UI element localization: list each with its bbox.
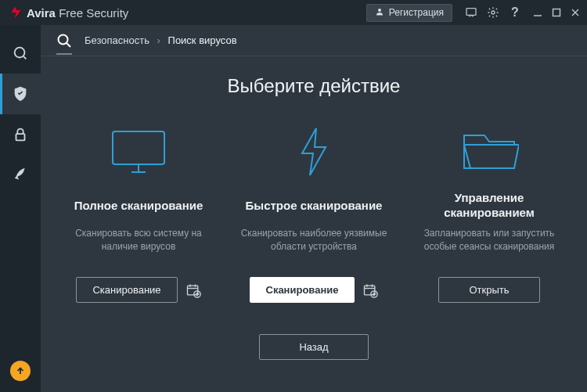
lightning-icon [296,124,332,180]
sidebar-item-status[interactable] [0,33,41,74]
svg-rect-9 [16,134,25,140]
user-icon [375,7,384,19]
feedback-icon[interactable] [465,6,477,19]
upgrade-badge[interactable] [10,361,31,381]
brand-text: Avira Free Security [27,6,128,20]
sidebar-item-security[interactable] [0,74,41,114]
brand: Avira Free Security [8,5,128,20]
scan-options: Полное сканирование Сканировать всю сист… [55,124,573,303]
help-icon[interactable]: ? [509,6,521,19]
svg-point-0 [378,9,381,12]
card-desc: Сканировать всю систему на наличие вирус… [59,227,218,266]
schedule-icon[interactable] [362,282,378,298]
open-button[interactable]: Открыть [438,277,540,303]
back-button[interactable]: Назад [259,334,369,360]
sidebar [0,25,41,392]
card-title: Быстрое сканирование [246,191,383,221]
svg-rect-15 [188,286,198,295]
chevron-right-icon: › [157,34,160,46]
scan-button[interactable]: Сканирование [76,277,178,303]
schedule-icon[interactable] [185,282,201,298]
svg-point-2 [492,11,495,14]
svg-rect-22 [365,286,375,295]
svg-rect-12 [113,131,164,164]
breadcrumb-root[interactable]: Безопасность [85,34,149,46]
card-title: Полное сканирование [74,191,203,221]
svg-point-7 [15,48,25,58]
svg-line-11 [67,43,70,47]
minimize-button[interactable] [532,7,543,18]
breadcrumb-current: Поиск вирусов [168,34,237,46]
card-desc: Запланировать или запустить особые сеанс… [410,227,568,266]
scan-button[interactable]: Сканирование [250,277,355,303]
svg-rect-1 [466,9,476,16]
svg-point-10 [59,34,68,44]
close-button[interactable] [570,7,581,18]
svg-line-8 [23,56,26,59]
folder-icon [459,124,519,180]
gear-icon[interactable] [487,6,499,19]
sidebar-item-privacy[interactable] [0,114,41,155]
card-full-scan: Полное сканирование Сканировать всю сист… [55,124,222,303]
breadcrumb-bar: Безопасность › Поиск вирусов [41,25,587,56]
titlebar: Avira Free Security Регистрация ? [0,0,587,25]
page-title: Выберите действие [228,75,401,97]
maximize-button[interactable] [551,7,562,18]
content: Выберите действие Полное сканирование Ск… [41,56,587,392]
card-quick-scan: Быстрое сканирование Сканировать наиболе… [230,124,398,303]
svg-rect-4 [553,9,560,16]
card-manage-scans: Управление сканированием Запланировать и… [405,124,573,303]
breadcrumb: Безопасность › Поиск вирусов [85,34,237,46]
register-label: Регистрация [389,7,444,18]
search-icon [55,31,74,50]
sidebar-item-performance[interactable] [0,155,41,196]
card-desc: Сканировать наиболее уязвимые области ус… [235,227,393,266]
card-title: Управление сканированием [410,191,568,221]
main: Безопасность › Поиск вирусов Выберите де… [41,25,587,392]
register-button[interactable]: Регистрация [366,4,452,22]
avira-logo-icon [8,5,22,20]
monitor-icon [108,124,169,180]
